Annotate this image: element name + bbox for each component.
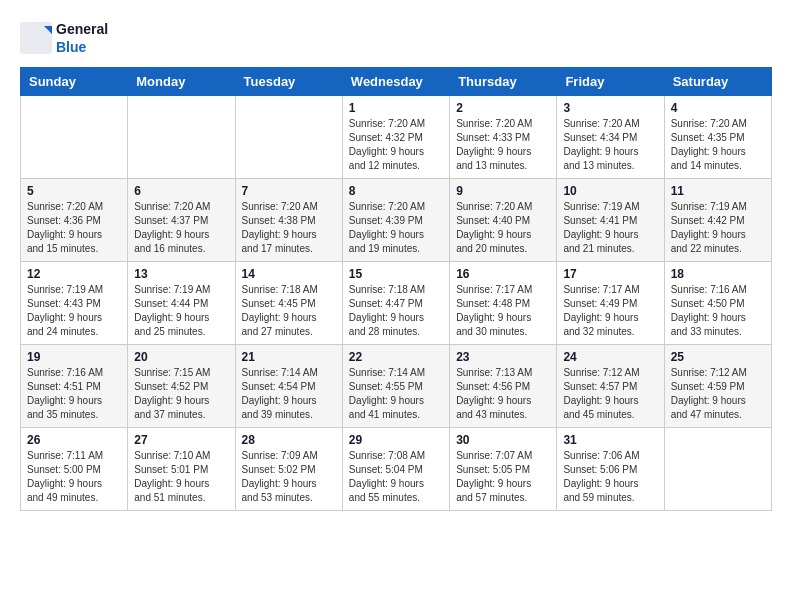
day-number: 30	[456, 433, 550, 447]
day-number: 4	[671, 101, 765, 115]
day-number: 16	[456, 267, 550, 281]
header: General Blue	[20, 20, 772, 57]
day-number: 17	[563, 267, 657, 281]
day-cell: 5Sunrise: 7:20 AM Sunset: 4:36 PM Daylig…	[21, 178, 128, 261]
day-info: Sunrise: 7:18 AM Sunset: 4:47 PM Dayligh…	[349, 283, 443, 339]
day-cell: 15Sunrise: 7:18 AM Sunset: 4:47 PM Dayli…	[342, 261, 449, 344]
day-cell: 14Sunrise: 7:18 AM Sunset: 4:45 PM Dayli…	[235, 261, 342, 344]
day-info: Sunrise: 7:16 AM Sunset: 4:51 PM Dayligh…	[27, 366, 121, 422]
day-info: Sunrise: 7:20 AM Sunset: 4:40 PM Dayligh…	[456, 200, 550, 256]
day-info: Sunrise: 7:20 AM Sunset: 4:32 PM Dayligh…	[349, 117, 443, 173]
weekday-header-friday: Friday	[557, 67, 664, 95]
day-info: Sunrise: 7:09 AM Sunset: 5:02 PM Dayligh…	[242, 449, 336, 505]
day-info: Sunrise: 7:10 AM Sunset: 5:01 PM Dayligh…	[134, 449, 228, 505]
day-info: Sunrise: 7:20 AM Sunset: 4:36 PM Dayligh…	[27, 200, 121, 256]
page: General Blue SundayMondayTuesdayWednesda…	[0, 0, 792, 521]
day-number: 18	[671, 267, 765, 281]
week-row-5: 26Sunrise: 7:11 AM Sunset: 5:00 PM Dayli…	[21, 427, 772, 510]
day-cell: 31Sunrise: 7:06 AM Sunset: 5:06 PM Dayli…	[557, 427, 664, 510]
day-info: Sunrise: 7:20 AM Sunset: 4:35 PM Dayligh…	[671, 117, 765, 173]
day-cell: 10Sunrise: 7:19 AM Sunset: 4:41 PM Dayli…	[557, 178, 664, 261]
day-number: 26	[27, 433, 121, 447]
day-cell: 24Sunrise: 7:12 AM Sunset: 4:57 PM Dayli…	[557, 344, 664, 427]
day-number: 21	[242, 350, 336, 364]
day-cell: 25Sunrise: 7:12 AM Sunset: 4:59 PM Dayli…	[664, 344, 771, 427]
day-info: Sunrise: 7:16 AM Sunset: 4:50 PM Dayligh…	[671, 283, 765, 339]
day-info: Sunrise: 7:19 AM Sunset: 4:44 PM Dayligh…	[134, 283, 228, 339]
day-number: 28	[242, 433, 336, 447]
day-number: 8	[349, 184, 443, 198]
day-info: Sunrise: 7:19 AM Sunset: 4:42 PM Dayligh…	[671, 200, 765, 256]
day-info: Sunrise: 7:20 AM Sunset: 4:34 PM Dayligh…	[563, 117, 657, 173]
day-info: Sunrise: 7:19 AM Sunset: 4:43 PM Dayligh…	[27, 283, 121, 339]
day-number: 20	[134, 350, 228, 364]
day-info: Sunrise: 7:20 AM Sunset: 4:33 PM Dayligh…	[456, 117, 550, 173]
day-number: 14	[242, 267, 336, 281]
day-number: 22	[349, 350, 443, 364]
day-number: 25	[671, 350, 765, 364]
day-info: Sunrise: 7:20 AM Sunset: 4:39 PM Dayligh…	[349, 200, 443, 256]
day-info: Sunrise: 7:15 AM Sunset: 4:52 PM Dayligh…	[134, 366, 228, 422]
day-cell	[21, 95, 128, 178]
day-number: 24	[563, 350, 657, 364]
day-cell: 19Sunrise: 7:16 AM Sunset: 4:51 PM Dayli…	[21, 344, 128, 427]
day-number: 29	[349, 433, 443, 447]
day-number: 15	[349, 267, 443, 281]
day-cell: 20Sunrise: 7:15 AM Sunset: 4:52 PM Dayli…	[128, 344, 235, 427]
day-cell: 23Sunrise: 7:13 AM Sunset: 4:56 PM Dayli…	[450, 344, 557, 427]
day-info: Sunrise: 7:07 AM Sunset: 5:05 PM Dayligh…	[456, 449, 550, 505]
weekday-header-saturday: Saturday	[664, 67, 771, 95]
day-number: 27	[134, 433, 228, 447]
day-cell: 11Sunrise: 7:19 AM Sunset: 4:42 PM Dayli…	[664, 178, 771, 261]
day-cell: 8Sunrise: 7:20 AM Sunset: 4:39 PM Daylig…	[342, 178, 449, 261]
logo-general-text: General	[56, 21, 108, 37]
day-number: 10	[563, 184, 657, 198]
day-info: Sunrise: 7:19 AM Sunset: 4:41 PM Dayligh…	[563, 200, 657, 256]
day-cell: 26Sunrise: 7:11 AM Sunset: 5:00 PM Dayli…	[21, 427, 128, 510]
day-number: 7	[242, 184, 336, 198]
day-number: 23	[456, 350, 550, 364]
day-cell: 1Sunrise: 7:20 AM Sunset: 4:32 PM Daylig…	[342, 95, 449, 178]
week-row-4: 19Sunrise: 7:16 AM Sunset: 4:51 PM Dayli…	[21, 344, 772, 427]
day-cell: 4Sunrise: 7:20 AM Sunset: 4:35 PM Daylig…	[664, 95, 771, 178]
day-cell: 9Sunrise: 7:20 AM Sunset: 4:40 PM Daylig…	[450, 178, 557, 261]
day-cell: 12Sunrise: 7:19 AM Sunset: 4:43 PM Dayli…	[21, 261, 128, 344]
weekday-header-row: SundayMondayTuesdayWednesdayThursdayFrid…	[21, 67, 772, 95]
day-info: Sunrise: 7:17 AM Sunset: 4:49 PM Dayligh…	[563, 283, 657, 339]
day-cell	[128, 95, 235, 178]
week-row-1: 1Sunrise: 7:20 AM Sunset: 4:32 PM Daylig…	[21, 95, 772, 178]
weekday-header-sunday: Sunday	[21, 67, 128, 95]
day-info: Sunrise: 7:17 AM Sunset: 4:48 PM Dayligh…	[456, 283, 550, 339]
weekday-header-monday: Monday	[128, 67, 235, 95]
day-number: 1	[349, 101, 443, 115]
day-info: Sunrise: 7:08 AM Sunset: 5:04 PM Dayligh…	[349, 449, 443, 505]
day-number: 11	[671, 184, 765, 198]
day-number: 3	[563, 101, 657, 115]
day-cell: 17Sunrise: 7:17 AM Sunset: 4:49 PM Dayli…	[557, 261, 664, 344]
logo-svg	[20, 22, 52, 54]
day-info: Sunrise: 7:11 AM Sunset: 5:00 PM Dayligh…	[27, 449, 121, 505]
day-number: 6	[134, 184, 228, 198]
day-info: Sunrise: 7:20 AM Sunset: 4:38 PM Dayligh…	[242, 200, 336, 256]
day-info: Sunrise: 7:12 AM Sunset: 4:57 PM Dayligh…	[563, 366, 657, 422]
day-info: Sunrise: 7:18 AM Sunset: 4:45 PM Dayligh…	[242, 283, 336, 339]
week-row-2: 5Sunrise: 7:20 AM Sunset: 4:36 PM Daylig…	[21, 178, 772, 261]
week-row-3: 12Sunrise: 7:19 AM Sunset: 4:43 PM Dayli…	[21, 261, 772, 344]
day-cell	[235, 95, 342, 178]
day-cell: 30Sunrise: 7:07 AM Sunset: 5:05 PM Dayli…	[450, 427, 557, 510]
day-cell: 2Sunrise: 7:20 AM Sunset: 4:33 PM Daylig…	[450, 95, 557, 178]
day-cell: 6Sunrise: 7:20 AM Sunset: 4:37 PM Daylig…	[128, 178, 235, 261]
day-cell: 21Sunrise: 7:14 AM Sunset: 4:54 PM Dayli…	[235, 344, 342, 427]
day-cell: 22Sunrise: 7:14 AM Sunset: 4:55 PM Dayli…	[342, 344, 449, 427]
day-info: Sunrise: 7:20 AM Sunset: 4:37 PM Dayligh…	[134, 200, 228, 256]
weekday-header-thursday: Thursday	[450, 67, 557, 95]
day-cell: 29Sunrise: 7:08 AM Sunset: 5:04 PM Dayli…	[342, 427, 449, 510]
day-cell: 18Sunrise: 7:16 AM Sunset: 4:50 PM Dayli…	[664, 261, 771, 344]
day-cell: 3Sunrise: 7:20 AM Sunset: 4:34 PM Daylig…	[557, 95, 664, 178]
day-number: 9	[456, 184, 550, 198]
day-cell: 13Sunrise: 7:19 AM Sunset: 4:44 PM Dayli…	[128, 261, 235, 344]
day-number: 12	[27, 267, 121, 281]
day-number: 2	[456, 101, 550, 115]
logo: General Blue	[20, 20, 108, 57]
day-cell: 27Sunrise: 7:10 AM Sunset: 5:01 PM Dayli…	[128, 427, 235, 510]
